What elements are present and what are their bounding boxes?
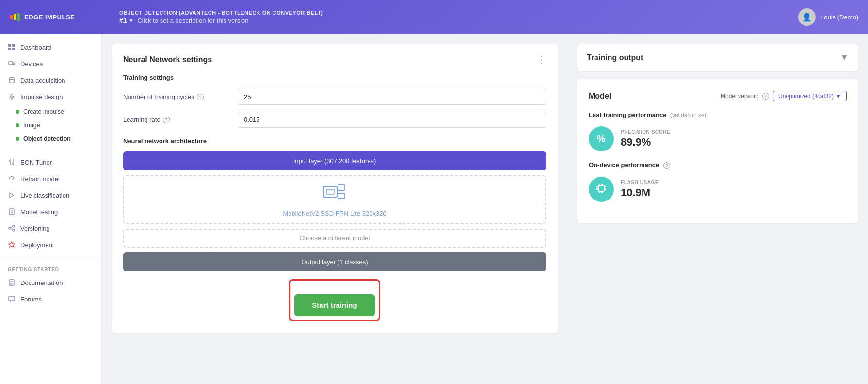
sidebar-label-create-impulse: Create impulse [23, 108, 64, 115]
avatar: 👤 [798, 8, 816, 26]
training-output-title: Training output [587, 53, 643, 62]
project-name: OBJECT DETECTION (ADVANTECH - BOTTLENECK… [119, 10, 790, 16]
training-settings-title: Training settings [123, 74, 546, 81]
start-training-button[interactable]: Start training [294, 294, 374, 316]
svg-rect-28 [338, 185, 345, 190]
cycles-help-icon[interactable]: ? [197, 94, 204, 100]
svg-point-6 [9, 78, 14, 80]
sidebar-sub-create-impulse[interactable]: Create impulse [0, 105, 101, 118]
flash-circle [589, 177, 614, 202]
model-label: Model [589, 92, 611, 100]
on-device-help-icon[interactable]: ? [663, 162, 670, 169]
flash-name: FLASH USAGE [621, 180, 659, 185]
cycles-label: Number of training cycles ? [123, 93, 230, 100]
version-dropdown-arrow: ▼ [129, 18, 134, 23]
sidebar-label-docs: Documentation [20, 279, 63, 286]
dot-create-impulse [16, 110, 19, 114]
mobilenet-icon [322, 183, 347, 206]
description-link[interactable]: Click to set a description for this vers… [137, 17, 248, 24]
output-layer-block: Output layer (1 classes) [123, 252, 546, 271]
sidebar-label-image: Image [23, 122, 40, 129]
content-area: Neural Network settings ⋮ Training setti… [102, 34, 868, 384]
sidebar-label-testing: Model testing [20, 208, 58, 216]
sidebar-label-retrain: Retrain model [20, 175, 60, 183]
divider1 [0, 150, 101, 150]
model-card: Model Model version: ? Unoptimized (floa… [577, 79, 858, 223]
sidebar-item-model-testing[interactable]: Model testing [0, 203, 101, 220]
user-area: 👤 Louis (Demo) [798, 8, 858, 26]
sidebar-label-data: Data acquisition [20, 77, 65, 84]
database-icon [8, 76, 16, 84]
svg-rect-0 [8, 44, 11, 47]
right-panel: Training output ▼ Model Model version: ?… [567, 34, 868, 384]
version-badge[interactable]: #1 ▼ [119, 17, 133, 24]
svg-rect-1 [12, 44, 15, 47]
sidebar-item-documentation[interactable]: Documentation [0, 274, 101, 291]
sidebar-item-live-class[interactable]: Live classification [0, 187, 101, 203]
flash-value: 10.9M [621, 186, 659, 199]
flash-icon [8, 93, 16, 100]
dot-object-detection [16, 137, 19, 141]
divider2 [0, 257, 101, 257]
sidebar-item-impulse-design[interactable]: Impulse design [0, 88, 101, 105]
perf-subtitle: (validation set) [670, 112, 708, 118]
svg-rect-4 [9, 62, 13, 65]
svg-line-21 [11, 229, 13, 230]
card-menu-button[interactable]: ⋮ [537, 55, 546, 64]
model-version-row: Model version: ? Unoptimized (float32) ▼ [721, 91, 847, 101]
play-icon [8, 191, 16, 199]
sidebar-item-deployment[interactable]: Deployment [0, 236, 101, 253]
sidebar-item-devices[interactable]: Devices [0, 55, 101, 72]
refresh-icon [8, 175, 16, 183]
sidebar-label-impulse: Impulse design [20, 93, 63, 100]
choose-different-model-block[interactable]: Choose a different model [123, 229, 546, 248]
input-layer-block: Input layer (307,200 features) [123, 151, 546, 170]
logo: EDGE IMPULSE [10, 13, 112, 21]
svg-line-20 [11, 227, 13, 228]
svg-rect-29 [338, 193, 345, 199]
lr-label: Learning rate ? [123, 116, 230, 123]
forum-icon [8, 295, 16, 303]
chip-icon [595, 183, 607, 197]
sidebar-label-live: Live classification [20, 192, 69, 199]
model-card-header: Model Model version: ? Unoptimized (floa… [589, 91, 847, 101]
precision-metric-row: % PRECISION SCORE 89.9% [589, 126, 847, 151]
grid-icon [8, 43, 16, 51]
flash-info: FLASH USAGE 10.9M [621, 180, 659, 199]
logo-icon [10, 13, 20, 21]
model-version-badge[interactable]: Unoptimized (float32) ▼ [773, 91, 847, 101]
project-info: OBJECT DETECTION (ADVANTECH - BOTTLENECK… [119, 10, 790, 24]
svg-rect-27 [326, 189, 334, 194]
sidebar-label-eon: EON Tuner [20, 159, 52, 166]
neural-network-card: Neural Network settings ⋮ Training setti… [112, 44, 558, 333]
sidebar-item-data-acquisition[interactable]: Data acquisition [0, 72, 101, 88]
lr-help-icon[interactable]: ? [163, 117, 170, 123]
svg-marker-13 [10, 193, 14, 198]
sidebar-item-retrain[interactable]: Retrain model [0, 170, 101, 187]
cycles-input[interactable] [238, 89, 546, 105]
tune-icon [8, 158, 16, 166]
sidebar-sub-image[interactable]: Image [0, 118, 101, 132]
flash-metric-row: FLASH USAGE 10.9M [589, 177, 847, 202]
svg-rect-2 [8, 48, 11, 50]
start-training-wrapper: Start training [289, 279, 380, 321]
model-version-help-icon[interactable]: ? [762, 93, 769, 100]
lr-input[interactable] [238, 112, 546, 128]
sidebar-item-dashboard[interactable]: Dashboard [0, 39, 101, 55]
logo-text: EDGE IMPULSE [24, 14, 75, 21]
precision-info: PRECISION SCORE 89.9% [621, 129, 670, 149]
devices-icon [8, 60, 16, 67]
sidebar-label-dashboard: Dashboard [20, 44, 51, 51]
sidebar-item-eon-tuner[interactable]: EON Tuner [0, 154, 101, 170]
output-dropdown-arrow[interactable]: ▼ [840, 52, 849, 63]
sidebar-sub-object-detection[interactable]: Object detection [0, 132, 101, 146]
sidebar-label-versioning: Versioning [20, 225, 50, 232]
sidebar-item-versioning[interactable]: Versioning [0, 220, 101, 236]
version-icon [8, 224, 16, 232]
model-version-label: Model version: [721, 93, 758, 100]
architecture-title: Neural network architecture [123, 137, 546, 145]
svg-point-7 [10, 160, 11, 162]
sidebar-item-forums[interactable]: Forums [0, 291, 101, 307]
deploy-icon [8, 241, 16, 249]
precision-value: 89.9% [621, 136, 670, 149]
